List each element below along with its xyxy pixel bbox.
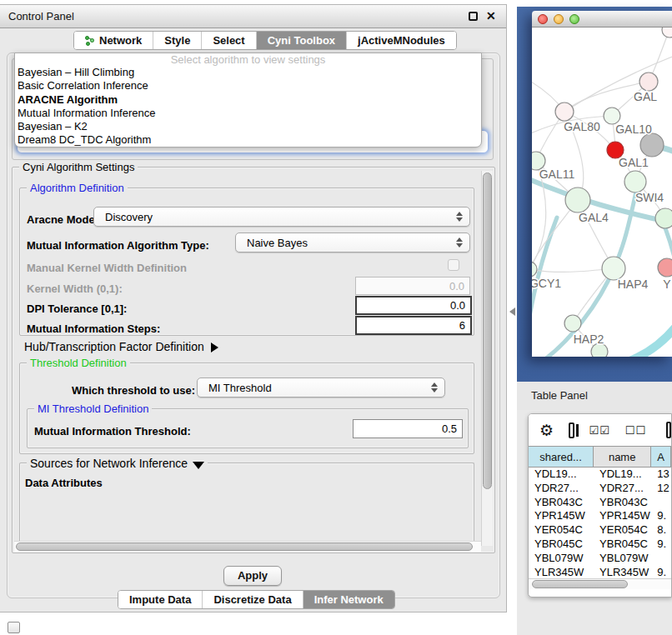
- algorithm-definition-title: Algorithm Definition: [27, 182, 128, 194]
- network-node[interactable]: [565, 188, 590, 212]
- network-edge[interactable]: [625, 321, 672, 357]
- close-traffic-light-icon[interactable]: [538, 14, 548, 24]
- table-row[interactable]: YDL19...YDL19...13: [529, 468, 671, 482]
- table-row[interactable]: YER054CYER054C8.: [529, 523, 671, 538]
- table-row[interactable]: YBR043CYBR043C: [529, 496, 671, 510]
- sources-group-title[interactable]: Sources for Network Inference: [27, 457, 208, 470]
- mi-steps-value: 6: [459, 319, 465, 332]
- tab-discretize-data[interactable]: Discretize Data: [203, 591, 303, 608]
- network-edge[interactable]: [532, 268, 614, 272]
- dropdown-item[interactable]: Basic Correlation Inference: [15, 79, 481, 92]
- dropdown-item[interactable]: ARACNE Algorithm: [15, 93, 481, 107]
- table-horizontal-scrollbar[interactable]: [529, 578, 671, 589]
- dpi-tolerance-field[interactable]: 0.0: [355, 296, 472, 315]
- node-label: GCY1: [532, 277, 561, 290]
- tab-jactivemnodules[interactable]: jActiveMNodules: [347, 32, 456, 49]
- network-node[interactable]: [532, 262, 537, 277]
- cyni-algorithm-settings-group: Cyni Algorithm Settings Algorithm Defini…: [12, 167, 495, 553]
- mi-threshold-field[interactable]: 0.5: [353, 419, 463, 438]
- algorithm-dropdown[interactable]: Select algorithm to view settings Bayesi…: [14, 52, 482, 148]
- dropdown-item[interactable]: Mutual Information Inference: [15, 107, 481, 120]
- table-cell: YBR045C: [529, 538, 594, 552]
- settings-horizontal-scrollbar[interactable]: [14, 541, 481, 552]
- settings-group-title: Cyni Algorithm Settings: [19, 161, 138, 173]
- network-node[interactable]: [655, 208, 672, 228]
- table-cell: YDL19...: [529, 468, 594, 482]
- network-node[interactable]: [624, 171, 646, 192]
- table-row[interactable]: YDR27...YDR27...12: [529, 482, 671, 496]
- network-graph[interactable]: GALGAL80GAL10GAL1GAL11SWI4GAL4GCY1HAP4YH…: [532, 28, 672, 357]
- network-node[interactable]: [602, 257, 625, 280]
- dropdown-item[interactable]: Bayesian – K2: [15, 120, 481, 133]
- hub-section-toggle[interactable]: Hub/Transcription Factor Definition: [24, 340, 218, 353]
- close-icon[interactable]: ✕: [486, 9, 496, 22]
- panel-title: Control Panel: [8, 10, 74, 22]
- table-cell: YDL19...: [594, 468, 651, 482]
- aracne-mode-combo[interactable]: Discovery: [93, 207, 470, 227]
- tab-impute-data[interactable]: Impute Data: [118, 591, 203, 608]
- network-node[interactable]: [639, 72, 658, 91]
- network-node[interactable]: [658, 258, 672, 277]
- kernel-width-field[interactable]: 0.0: [355, 277, 470, 295]
- node-label: GAL10: [615, 122, 652, 136]
- tab-style[interactable]: Style: [153, 32, 202, 49]
- network-window-titlebar[interactable]: [532, 11, 672, 28]
- mi-type-combo[interactable]: Naive Bayes: [235, 232, 470, 252]
- which-threshold-value: MI Threshold: [208, 382, 272, 394]
- tab-infer-network[interactable]: Infer Network: [303, 591, 394, 608]
- dropdown-item[interactable]: Dream8 DC_TDC Algorithm: [15, 133, 481, 147]
- deselect-all-checks-icon[interactable]: ☐☐: [625, 424, 646, 437]
- network-node[interactable]: [564, 315, 581, 332]
- table-cell: 9.: [651, 566, 671, 578]
- mi-steps-field[interactable]: 6: [355, 316, 472, 335]
- collapse-arrow-icon: [193, 462, 204, 469]
- export-table-icon[interactable]: [666, 422, 671, 438]
- network-node[interactable]: [604, 108, 620, 124]
- mi-threshold-title: MI Threshold Definition: [34, 402, 152, 415]
- column-header[interactable]: A: [651, 447, 671, 467]
- threshold-definition-title: Threshold Definition: [27, 357, 130, 369]
- which-threshold-combo[interactable]: MI Threshold: [197, 378, 445, 398]
- panel-splitter-icon[interactable]: [509, 308, 515, 316]
- table-toolbar: ⚙ ☑☑ ☐☐: [529, 414, 671, 446]
- dpi-tolerance-value: 0.0: [450, 299, 465, 312]
- manual-kernel-checkbox[interactable]: [448, 259, 459, 271]
- minimize-traffic-light-icon[interactable]: [554, 14, 564, 24]
- select-all-checks-icon[interactable]: ☑☑: [589, 424, 610, 437]
- table-cell: YBL079W: [529, 552, 594, 566]
- table-row[interactable]: YBR045CYBR045C9.: [529, 538, 671, 552]
- settings-vertical-scrollbar[interactable]: [481, 171, 493, 546]
- node-label: Y: [663, 278, 671, 291]
- table-row[interactable]: YBL079WYBL079W: [529, 552, 671, 566]
- column-header[interactable]: shared...: [529, 447, 594, 467]
- table-cell: 9.: [651, 509, 671, 523]
- apply-button[interactable]: Apply: [223, 566, 282, 586]
- dropdown-item[interactable]: Bayesian – Hill Climbing: [15, 66, 481, 79]
- tab-cyni-toolbox[interactable]: Cyni Toolbox: [257, 32, 347, 49]
- node-label: GAL11: [539, 168, 575, 181]
- kernel-width-value: 0.0: [449, 280, 464, 292]
- gear-icon[interactable]: ⚙: [539, 422, 554, 438]
- network-canvas[interactable]: GALGAL80GAL10GAL1GAL11SWI4GAL4GCY1HAP4YH…: [532, 28, 672, 357]
- table-cell: YLR345W: [529, 566, 594, 578]
- tab-label: Discretize Data: [213, 593, 291, 606]
- minimized-panel-icon[interactable]: [8, 622, 20, 633]
- tab-network[interactable]: Network: [74, 32, 153, 49]
- node-label: GAL4: [579, 211, 609, 224]
- table-window: ⚙ ☑☑ ☐☐ shared...nameA YDL19...YDL19...1…: [528, 413, 672, 598]
- scrollbar-thumb[interactable]: [532, 580, 628, 588]
- tab-select[interactable]: Select: [202, 32, 256, 49]
- network-node[interactable]: [640, 133, 664, 157]
- scrollbar-thumb[interactable]: [16, 542, 473, 551]
- network-node[interactable]: [662, 28, 672, 38]
- columns-icon[interactable]: [569, 422, 574, 438]
- table-row[interactable]: YLR345WYLR345W9.: [529, 566, 671, 578]
- scrollbar-thumb[interactable]: [483, 172, 492, 489]
- column-header[interactable]: name: [594, 447, 651, 467]
- which-threshold-label: Which threshold to use:: [72, 384, 195, 397]
- data-attributes-label: Data Attributes: [25, 477, 103, 489]
- network-node[interactable]: [555, 102, 574, 121]
- float-window-icon[interactable]: [469, 12, 478, 21]
- zoom-traffic-light-icon[interactable]: [569, 14, 579, 24]
- table-row[interactable]: YPR145WYPR145W9.: [529, 509, 671, 523]
